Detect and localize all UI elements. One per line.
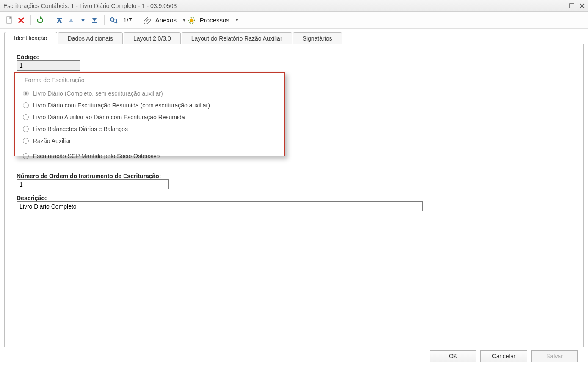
svg-marker-11 (81, 19, 85, 22)
tab-layout-20-30[interactable]: Layout 2.0/3.0 (124, 32, 181, 44)
tab-identificacao[interactable]: Identificação (4, 32, 57, 44)
svg-point-17 (190, 19, 193, 22)
radio-livro-diario-auxiliar[interactable]: Livro Diário Auxiliar ao Diário com Escr… (23, 111, 260, 123)
refresh-icon[interactable] (35, 15, 45, 26)
nav-next-icon[interactable] (78, 15, 88, 26)
radio-icon (23, 138, 29, 144)
radio-icon (23, 102, 29, 108)
codigo-label: Código: (17, 54, 571, 60)
page-counter: 1/7 (121, 16, 135, 24)
tab-signatarios[interactable]: Signatários (293, 32, 342, 44)
processos-label: Processos (197, 16, 232, 24)
separator (30, 15, 31, 25)
salvar-button[interactable]: Salvar (531, 350, 578, 362)
tab-dados-adicionais[interactable]: Dados Adicionais (58, 32, 123, 44)
separator (104, 15, 105, 25)
window-close-icon[interactable] (580, 3, 585, 8)
ordem-label: Número de Ordem do Instrumento de Escrit… (17, 173, 571, 179)
codigo-input[interactable] (17, 60, 80, 71)
radio-icon (23, 153, 29, 159)
radio-livro-diario-resumida[interactable]: Livro Diário com Escrituração Resumida (… (23, 99, 260, 111)
gear-icon (188, 16, 196, 24)
processos-dropdown[interactable]: Processos ▼ (188, 16, 239, 24)
separator (139, 15, 139, 25)
window-maximize-icon[interactable] (569, 3, 574, 8)
radio-icon (23, 91, 29, 96)
chevron-down-icon: ▼ (235, 18, 239, 22)
window-title: Escriturações Contábeis: 1 - Livro Diári… (3, 3, 569, 9)
search-icon[interactable] (109, 15, 119, 26)
nav-prev-icon[interactable] (66, 15, 76, 26)
svg-rect-9 (57, 18, 62, 19)
radio-label: Livro Diário Auxiliar ao Diário com Escr… (33, 114, 185, 121)
tab-layout-razao-auxiliar[interactable]: Layout do Relatório Razão Auxiliar (182, 32, 292, 44)
toolbar: 1/7 Anexos ▼ Processos ▼ (0, 12, 588, 29)
delete-icon[interactable] (16, 15, 26, 26)
ordem-input[interactable] (17, 179, 169, 189)
svg-line-16 (116, 22, 117, 23)
radio-livro-diario-completo[interactable]: Livro Diário (Completo, sem escrituração… (23, 88, 260, 99)
titlebar: Escriturações Contábeis: 1 - Livro Diári… (0, 0, 588, 12)
tabpanel-identificacao: Código: Forma de Escrituração Livro Diár… (4, 44, 584, 347)
forma-escrituracao-group: Forma de Escrituração Livro Diário (Comp… (17, 77, 266, 167)
radio-icon (23, 126, 29, 132)
radio-label: Livro Balancetes Diários e Balanços (33, 126, 128, 132)
attachment-icon (144, 16, 151, 24)
content-area: Identificação Dados Adicionais Layout 2.… (0, 29, 588, 365)
separator (50, 15, 50, 25)
radio-icon (23, 114, 29, 120)
svg-rect-13 (92, 22, 97, 23)
radio-label: Escrituração SCP Mantida pelo Sócio Oste… (33, 153, 160, 159)
tabstrip: Identificação Dados Adicionais Layout 2.… (4, 31, 584, 44)
radio-label: Livro Diário (Completo, sem escrituração… (33, 90, 163, 97)
radio-escrituracao-scp[interactable]: Escrituração SCP Mantida pelo Sócio Oste… (23, 150, 260, 162)
cancelar-button[interactable]: Cancelar (480, 350, 527, 362)
nav-last-icon[interactable] (90, 15, 100, 26)
chevron-down-icon: ▼ (182, 18, 186, 22)
descricao-input[interactable] (17, 201, 423, 211)
radio-label: Livro Diário com Escrituração Resumida (… (33, 102, 210, 109)
ok-button[interactable]: OK (430, 350, 476, 362)
radio-label: Razão Auxiliar (33, 137, 71, 144)
new-document-icon[interactable] (4, 15, 14, 26)
svg-rect-0 (570, 4, 574, 8)
radio-razao-auxiliar[interactable]: Razão Auxiliar (23, 135, 260, 147)
svg-marker-10 (69, 19, 73, 22)
svg-marker-8 (57, 19, 62, 23)
svg-marker-12 (92, 18, 97, 22)
radio-livro-balancetes[interactable]: Livro Balancetes Diários e Balanços (23, 123, 260, 135)
anexos-dropdown[interactable]: Anexos ▼ (144, 16, 186, 24)
nav-first-icon[interactable] (54, 15, 64, 26)
descricao-label: Descrição: (17, 195, 571, 201)
forma-legend: Forma de Escrituração (23, 77, 86, 83)
anexos-label: Anexos (153, 16, 179, 24)
footer-buttons: OK Cancelar Salvar (4, 347, 584, 365)
